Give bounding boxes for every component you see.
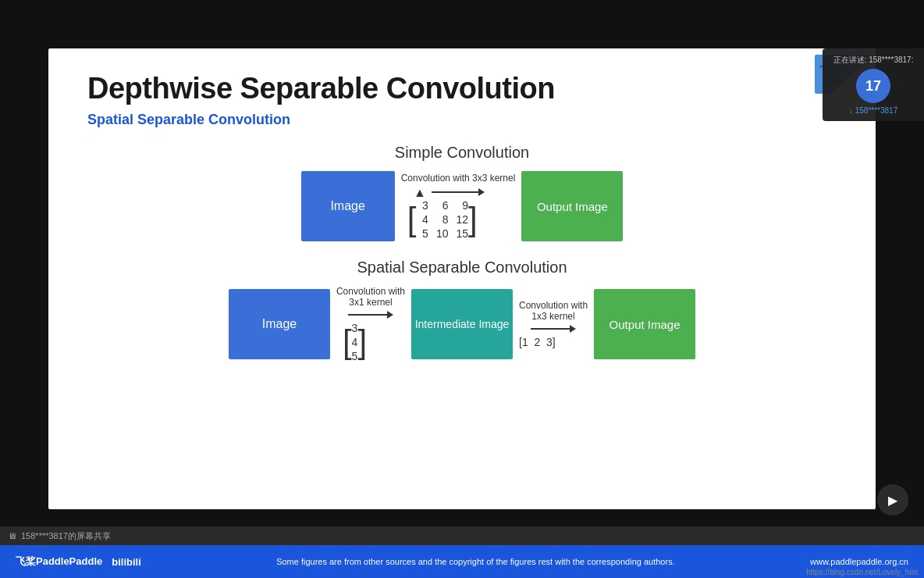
spatial-left-bracket1: [ [343,326,352,359]
slide-container: Depthwise Separable Convolution Spatial … [48,48,876,509]
m12: 12 [456,213,468,226]
spatial-image-box: Image [229,289,330,359]
screen-share-icon: 🖥 [8,531,16,541]
m02: 9 [456,199,468,212]
spatial-arrow2-label: Convolution with 1x3 kernel [519,300,588,322]
spatial-arrow2-line [531,325,576,333]
spatial-arrow1-shaft [348,314,387,316]
spatial-matrix1: [ 3 4 5 ] [343,322,367,362]
overlay-username: ↓ 158****3817 [849,106,898,115]
simple-image-box: Image [301,171,395,241]
m22: 15 [456,227,468,240]
spatial-image-label: Image [262,317,297,331]
bottom-url: www.paddlepaddle.org.cn [810,557,908,566]
simple-arrow-label: Convolution with 3x3 kernel [401,173,516,184]
m20: 5 [416,227,428,240]
intermediate-image-box: Intermediate Image [411,289,513,359]
cv1: 4 [352,336,358,348]
left-bracket: [ [407,203,417,236]
bottom-logos: 飞桨PaddlePaddle bilibili [16,555,141,569]
bottom-copyright: Some figures are from other sources and … [141,557,810,566]
intermediate-label: Intermediate Image [412,315,513,334]
play-button[interactable]: ▶ [877,484,908,516]
simple-arrow-shaft [432,191,478,193]
m11: 8 [436,213,449,226]
m00: 3 [416,199,428,212]
slide-title: Depthwise Separable Convolution [87,72,837,105]
spatial-arrow1-label: Convolution with 3x1 kernel [336,286,405,308]
spatial-output-label: Output Image [609,318,681,331]
address-bar: https://blog.csdn.net/Lovely_him [800,566,924,578]
spatial-output-box: Output Image [594,289,695,359]
m21: 10 [436,227,449,240]
cv2: 5 [352,350,358,362]
spatial-right-bracket1: ] [357,326,367,359]
spatial-section: Spatial Separable Convolution Image Conv… [87,259,837,362]
bottom-bar: 飞桨PaddlePaddle bilibili Some figures are… [0,545,924,578]
spatial-arrow1-section: Convolution with 3x1 kernel [ [336,286,405,362]
spatial-arrow2-shaft [531,328,570,330]
logo-text: 飞桨PaddlePaddle [16,555,102,569]
avatar-number: 17 [865,78,881,95]
matrix-values: 3 6 9 4 8 12 5 10 15 [416,199,468,240]
cv0: 3 [352,322,358,334]
cursor: ▲ [414,186,426,200]
avatar-circle: 17 [856,69,890,103]
background: Depthwise Separable Convolution Spatial … [0,0,924,578]
spatial-conv-row: Image Convolution with 3x1 kernel [87,286,837,362]
spatial-arrow1-line [348,311,393,319]
spatial-arrow2-section: Convolution with 1x3 kernel [1 2 3] [519,300,588,348]
simple-conv-label: Simple Convolution [87,144,837,162]
spatial-conv-label: Spatial Separable Convolution [87,259,837,277]
right-bracket: ] [468,203,478,236]
screen-share-text: 158****3817的屏幕共享 [21,530,111,542]
simple-conv-row: Image Convolution with 3x3 kernel [ [87,171,837,241]
simple-arrow-line [432,188,485,196]
m10: 4 [416,213,428,226]
simple-output-label: Output Image [537,200,608,213]
overlay-panel: 正在讲述: 158****3817: 17 ↓ 158****3817 [823,48,924,121]
simple-arrow-section: Convolution with 3x3 kernel [ 3 6 9 [401,173,516,240]
bilibili-logo: bilibili [112,556,141,568]
play-icon: ▶ [888,493,897,508]
m01: 6 [436,199,449,212]
spatial-arrow2-head [570,325,576,333]
spatial-matrix2: [1 2 3] [519,336,556,348]
simple-output-box: Output Image [521,171,623,241]
simple-matrix: [ 3 6 9 4 8 12 5 10 15 ] [407,199,478,240]
spatial-arrow1-head [387,311,393,319]
overlay-status: 正在讲述: 158****3817: [833,55,914,66]
simple-arrow-head [478,188,485,196]
download-icon: ↓ [849,106,853,115]
slide-subtitle: Spatial Separable Convolution [87,112,837,128]
col-vector: 3 4 5 [352,322,358,362]
screen-share-bar: 🖥 158****3817的屏幕共享 [0,526,924,545]
row-vec: [1 2 3] [519,336,556,348]
simple-image-label: Image [330,199,364,213]
